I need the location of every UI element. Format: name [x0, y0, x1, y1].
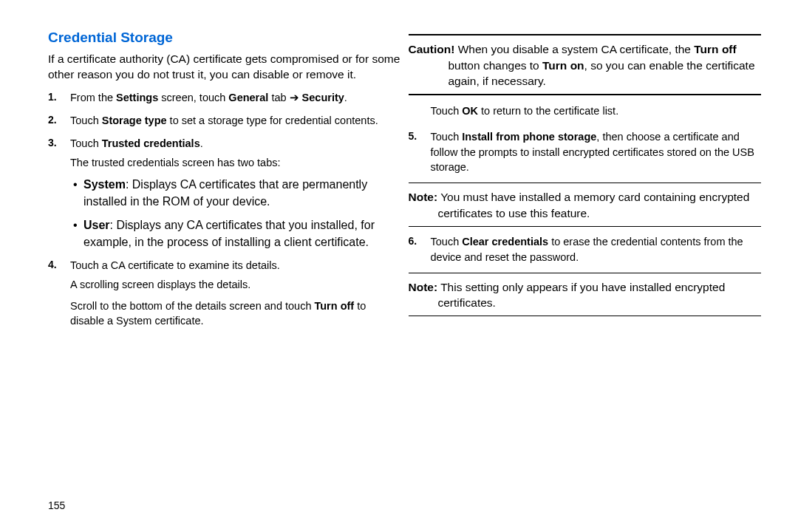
note-2: Note: This setting only appears if you h… [409, 279, 762, 311]
note-1: Note: You must have installed a memory c… [409, 189, 762, 221]
sub-bullets: System: Displays CA certificates that ar… [70, 176, 401, 250]
step-4: 4. Touch a CA certificate to examine its… [70, 258, 401, 329]
intro-paragraph: If a certificate authority (CA) certific… [48, 52, 401, 83]
divider [409, 94, 762, 95]
ordered-list: 1. From the Settings screen, touch Gener… [48, 90, 401, 329]
left-column: Credential Storage If a certificate auth… [48, 30, 401, 336]
divider [409, 316, 762, 316]
step-3: 3. Touch Trusted credentials. The truste… [70, 136, 401, 250]
divider [409, 183, 762, 183]
bullet-user: User: Displays any CA certificates that … [83, 216, 401, 250]
step-2: 2. Touch Storage type to set a storage t… [70, 113, 401, 129]
divider [409, 273, 762, 273]
right-column: Caution! When you disable a system CA ce… [409, 30, 762, 336]
page-content: Credential Storage If a certificate auth… [0, 0, 798, 336]
step-1: 1. From the Settings screen, touch Gener… [70, 90, 401, 106]
ok-line: Touch OK to return to the certificate li… [431, 104, 762, 119]
divider [409, 226, 762, 227]
bullet-system: System: Displays CA certificates that ar… [83, 176, 401, 210]
step-6: 6. Touch Clear credentials to erase the … [431, 234, 762, 265]
ordered-list-right: Touch OK to return to the certificate li… [409, 104, 762, 175]
page-number: 155 [48, 499, 65, 511]
step-5: 5. Touch Install from phone storage, the… [431, 129, 762, 176]
caution-box: Caution! When you disable a system CA ce… [409, 41, 762, 89]
divider [409, 34, 762, 35]
section-heading: Credential Storage [48, 30, 401, 46]
